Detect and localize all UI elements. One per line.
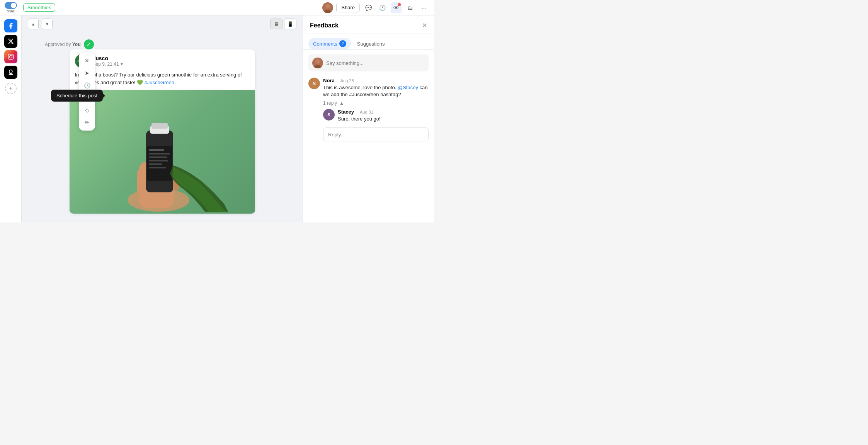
post-image [70,90,255,214]
approval-text: Approved by You [45,42,81,47]
feedback-tabs: Comments 2 Suggestions [303,34,434,50]
reply-toggle[interactable]: 1 reply ▲ [323,100,429,106]
mobile-view-button[interactable]: 📱 [284,19,296,29]
post-card: Jusco Jusco Sep 9, 21:41 ▾ In need of a … [70,49,255,214]
nora-comment-text: This is awesome, love the photo. @Stacey… [323,84,429,98]
nav-down-button[interactable]: ▼ [42,19,53,29]
sidebar-item-facebook[interactable] [4,19,17,32]
svg-rect-14 [149,160,168,161]
stacey-author-line: Stacey · Aug 31 [338,109,429,115]
toggle-knob [11,3,16,8]
post-nav: ▲ ▼ 🖥 📱 [22,15,303,32]
nora-name: Nora [323,78,335,83]
post-header: Jusco Jusco Sep 9, 21:41 ▾ [70,49,255,71]
smoothie-illustration [70,90,255,214]
archive-icon-button[interactable]: 🗂 [405,2,415,13]
topbar: Sync Smoothies Share 💬 🕐 👁 🗂 ··· [0,0,434,15]
suggestions-tab-label: Suggestions [357,41,385,47]
stacey-avatar: S [323,109,335,121]
smoothies-badge: Smoothies [23,3,55,12]
svg-rect-2 [8,54,13,59]
svg-point-1 [324,10,332,13]
comment-thread-nora: N Nora · Aug 28 This is awesome, love th… [308,78,429,141]
svg-point-19 [315,59,320,64]
svg-point-20 [314,65,322,68]
svg-rect-11 [149,149,164,151]
post-author-name: Jusco [93,55,250,61]
sync-label: Sync [7,9,15,13]
more-options-button[interactable]: ··· [419,2,429,13]
comment-nora: N Nora · Aug 28 This is awesome, love th… [308,78,429,106]
stacey-comment-content: Stacey · Aug 31 Sure, there you go! [338,109,429,122]
comment-input-field[interactable] [326,60,425,66]
tab-suggestions[interactable]: Suggestions [352,38,390,49]
sidebar-item-twitter[interactable] [4,35,17,48]
close-toolbar-button[interactable]: ✕ [81,55,93,66]
desktop-view-button[interactable]: 🖥 [270,19,283,29]
sidebar-item-instagram[interactable] [4,50,17,63]
edit-button[interactable]: ✏ [81,117,93,128]
history-icon-button[interactable]: 🕐 [377,2,388,13]
label-button[interactable]: ◇ [81,104,93,116]
sync-toggle[interactable]: Sync [5,2,17,13]
comment-input-row[interactable] [308,54,429,71]
smoothie-svg [89,92,236,212]
comments-tab-label: Comments [313,41,337,47]
svg-rect-12 [149,153,170,155]
left-sidebar: + [0,15,22,222]
main-content: + ▲ ▼ 🖥 📱 Approved by You ✓ ✕ [0,15,434,222]
feedback-panel: Feedback ✕ Comments 2 Suggestions [303,15,434,222]
feedback-close-button[interactable]: ✕ [422,22,427,29]
post-meta: Jusco Sep 9, 21:41 ▾ [93,55,250,67]
comments-icon-button[interactable]: 💬 [363,2,374,13]
stacey-date-value: Aug 31 [360,110,373,114]
nora-avatar: N [308,78,320,89]
feedback-title: Feedback [310,22,339,29]
toggle-switch[interactable] [5,2,17,9]
share-button[interactable]: Share [336,3,360,12]
nora-comment-content: Nora · Aug 28 This is awesome, love the … [323,78,429,106]
nav-up-button[interactable]: ▲ [28,19,39,29]
tab-comments[interactable]: Comments 2 [308,38,351,49]
stacey-date-sep: · [356,110,357,114]
send-button[interactable]: ➤ [81,67,93,79]
post-area: Approved by You ✓ ✕ ➤ 🕐 ⚑ ◇ ✏ Schedule t… [22,32,303,222]
nora-date-value: Aug 28 [340,78,354,83]
stacey-name: Stacey [338,109,354,115]
svg-point-3 [9,56,12,58]
nora-date: · [337,78,338,83]
nora-author-line: Nora · Aug 28 [323,78,429,83]
current-user-avatar [312,58,323,68]
comment-stacey: S Stacey · Aug 31 Sure, there you go! [323,109,429,122]
topbar-right: Share 💬 🕐 👁 🗂 ··· [322,2,429,13]
post-body: In need of a boost? Try our delicious gr… [70,71,255,90]
svg-rect-15 [149,163,162,165]
svg-rect-16 [149,167,166,168]
comments-badge: 2 [339,40,346,47]
post-date: Sep 9, 21:41 ▾ [93,61,250,67]
center-area: ▲ ▼ 🖥 📱 Approved by You ✓ ✕ ➤ 🕐 ⚑ [22,15,303,222]
view-toggle: 🖥 📱 [270,19,296,29]
view-icon-button[interactable]: 👁 [391,2,402,13]
approval-badge: Approved by You ✓ [45,39,94,49]
svg-rect-7 [137,169,144,194]
comments-section: N Nora · Aug 28 This is awesome, love th… [303,50,434,222]
approval-checkmark: ✓ [84,39,94,49]
svg-point-4 [12,55,12,56]
reply-input-field[interactable] [328,132,424,138]
svg-point-0 [325,4,330,8]
svg-rect-18 [151,123,168,129]
reply-input-container[interactable] [323,127,429,141]
add-platform-button[interactable]: + [5,83,17,94]
mention-stacey[interactable]: @Stacey [398,85,420,90]
stacey-comment-text: Sure, there you go! [338,115,429,122]
svg-rect-13 [149,156,167,158]
post-hashtag[interactable]: #JuscoGreen [145,80,174,85]
sidebar-item-threads[interactable] [4,66,17,79]
notification-dot [398,3,401,6]
user-avatar [322,2,333,13]
feedback-header: Feedback ✕ [303,15,434,34]
schedule-tooltip: Schedule this post [51,90,103,102]
